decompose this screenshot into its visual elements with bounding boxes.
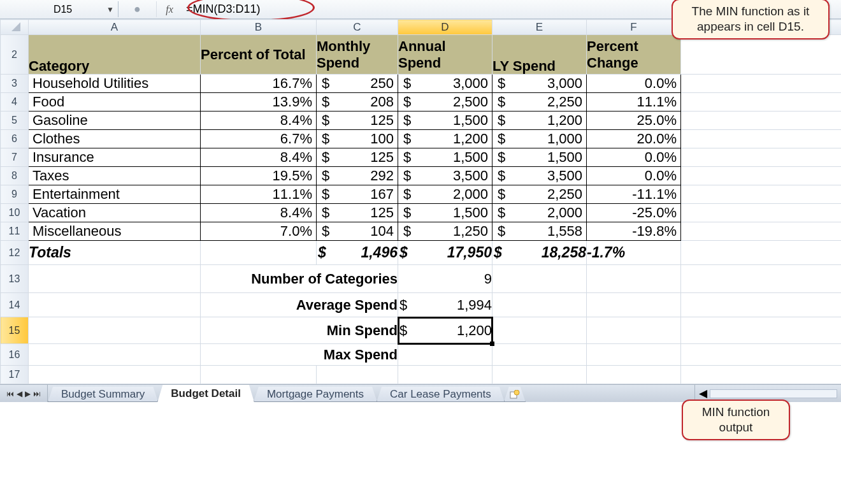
cell-A16[interactable] <box>29 344 201 366</box>
row-header-8[interactable]: 8 <box>1 167 29 185</box>
tab-nav-buttons[interactable]: ⏮ ◀ ▶ ⏭ <box>0 385 48 402</box>
cell-ly[interactable]: $1,558 <box>492 222 587 241</box>
cell-ly[interactable]: $2,250 <box>492 185 587 204</box>
header-category[interactable]: Category <box>29 35 201 75</box>
cell-annual[interactable]: $1,250 <box>398 222 492 241</box>
cell-blank[interactable] <box>681 222 842 241</box>
val-min-spend[interactable]: $1,200 <box>398 317 492 344</box>
header-monthly-spend[interactable]: Monthly Spend <box>317 35 398 75</box>
cell-category[interactable]: Household Utilities <box>29 75 201 93</box>
dropdown-arrow-icon[interactable]: ▼ <box>100 5 114 14</box>
header-percent-total[interactable]: Percent of Total <box>201 35 317 75</box>
cell-category[interactable]: Entertainment <box>29 185 201 204</box>
cell-percent-total[interactable]: 19.5% <box>201 167 317 185</box>
prev-tab-icon[interactable]: ◀ <box>17 389 22 398</box>
cell-monthly[interactable]: $100 <box>317 130 398 148</box>
cell-ly[interactable]: $3,500 <box>492 167 587 185</box>
cell-monthly[interactable]: $250 <box>317 75 398 93</box>
totals-ly[interactable]: $18,258 <box>492 241 587 265</box>
scroll-left-icon[interactable]: ◀ <box>699 387 707 400</box>
col-header-B[interactable]: B <box>201 20 317 35</box>
cell-percent-total[interactable]: 16.7% <box>201 75 317 93</box>
label-min-spend[interactable]: Min Spend <box>201 317 398 344</box>
cell-category[interactable]: Clothes <box>29 130 201 148</box>
cell-percent-total[interactable]: 13.9% <box>201 93 317 112</box>
last-tab-icon[interactable]: ⏭ <box>33 389 41 398</box>
cell-monthly[interactable]: $125 <box>317 112 398 130</box>
cell-monthly[interactable]: $167 <box>317 185 398 204</box>
cell-change[interactable]: 11.1% <box>587 93 681 112</box>
cell-category[interactable]: Miscellaneous <box>29 222 201 241</box>
cell-ly[interactable]: $2,250 <box>492 93 587 112</box>
cell-blank[interactable] <box>681 167 842 185</box>
cell-blank[interactable] <box>681 185 842 204</box>
cell-monthly[interactable]: $125 <box>317 148 398 167</box>
cell-ly[interactable]: $1,000 <box>492 130 587 148</box>
header-annual-spend[interactable]: Annual Spend <box>398 35 492 75</box>
cell-A13[interactable] <box>29 265 201 293</box>
cell-blank[interactable] <box>681 112 842 130</box>
cell-percent-total[interactable]: 6.7% <box>201 130 317 148</box>
cell-blank[interactable] <box>681 75 842 93</box>
val-num-categories[interactable]: 9 <box>398 265 492 293</box>
cell-G13[interactable] <box>681 265 842 293</box>
row-header-6[interactable]: 6 <box>1 130 29 148</box>
cell-ly[interactable]: $3,000 <box>492 75 587 93</box>
cell-F15[interactable] <box>587 317 681 344</box>
val-max-spend[interactable] <box>398 344 492 366</box>
row-header-12[interactable]: 12 <box>1 241 29 265</box>
cell-monthly[interactable]: $292 <box>317 167 398 185</box>
label-avg-spend[interactable]: Average Spend <box>201 293 398 317</box>
cell-percent-total[interactable]: 7.0% <box>201 222 317 241</box>
cell-G16[interactable] <box>681 344 842 366</box>
totals-label[interactable]: Totals <box>29 241 201 265</box>
cell-F16[interactable] <box>587 344 681 366</box>
totals-change[interactable]: -1.7% <box>587 241 681 265</box>
cell-category[interactable]: Food <box>29 93 201 112</box>
cell-E14[interactable] <box>492 293 587 317</box>
cell-monthly[interactable]: $104 <box>317 222 398 241</box>
cell-E13[interactable] <box>492 265 587 293</box>
cell-F14[interactable] <box>587 293 681 317</box>
cell-blank[interactable] <box>681 93 842 112</box>
spreadsheet-grid[interactable]: A B C D E F G 2 Category Percent of Tota… <box>0 19 841 384</box>
cell-A15[interactable] <box>29 317 201 344</box>
cell-change[interactable]: 25.0% <box>587 112 681 130</box>
cell-category[interactable]: Vacation <box>29 204 201 222</box>
cell-change[interactable]: -25.0% <box>587 204 681 222</box>
cell-annual[interactable]: $2,000 <box>398 185 492 204</box>
row-header-4[interactable]: 4 <box>1 93 29 112</box>
cell-blank[interactable] <box>681 204 842 222</box>
row-header-13[interactable]: 13 <box>1 265 29 293</box>
cell-annual[interactable]: $3,500 <box>398 167 492 185</box>
header-percent-change[interactable]: Percent Change <box>587 35 681 75</box>
cell-category[interactable]: Insurance <box>29 148 201 167</box>
row-header-10[interactable]: 10 <box>1 204 29 222</box>
row-header-11[interactable]: 11 <box>1 222 29 241</box>
cell-change[interactable]: -19.8% <box>587 222 681 241</box>
col-header-A[interactable]: A <box>29 20 201 35</box>
row-header-7[interactable]: 7 <box>1 148 29 167</box>
totals-monthly[interactable]: $1,496 <box>317 241 398 265</box>
cell-change[interactable]: 0.0% <box>587 148 681 167</box>
row-header-9[interactable]: 9 <box>1 185 29 204</box>
scrollbar-track[interactable] <box>710 389 837 398</box>
cell-G12[interactable] <box>681 241 842 265</box>
cell-F13[interactable] <box>587 265 681 293</box>
formula-input[interactable]: =MIN(D3:D11) <box>182 3 261 16</box>
col-header-C[interactable]: C <box>317 20 398 35</box>
row-header-15[interactable]: 15 <box>1 317 29 344</box>
cell-blank[interactable] <box>681 148 842 167</box>
name-box[interactable]: D15 ▼ <box>0 1 119 17</box>
row-header-14[interactable]: 14 <box>1 293 29 317</box>
tab-budget-summary[interactable]: Budget Summary <box>48 387 158 402</box>
col-header-E[interactable]: E <box>492 20 587 35</box>
cell-category[interactable]: Taxes <box>29 167 201 185</box>
totals-pct[interactable] <box>201 241 317 265</box>
first-tab-icon[interactable]: ⏮ <box>6 389 14 398</box>
cell-change[interactable]: 20.0% <box>587 130 681 148</box>
cell-E16[interactable] <box>492 344 587 366</box>
tab-car-lease-payments[interactable]: Car Lease Payments <box>377 387 505 402</box>
tab-budget-detail[interactable]: Budget Detail <box>157 385 254 402</box>
cell-annual[interactable]: $2,500 <box>398 93 492 112</box>
